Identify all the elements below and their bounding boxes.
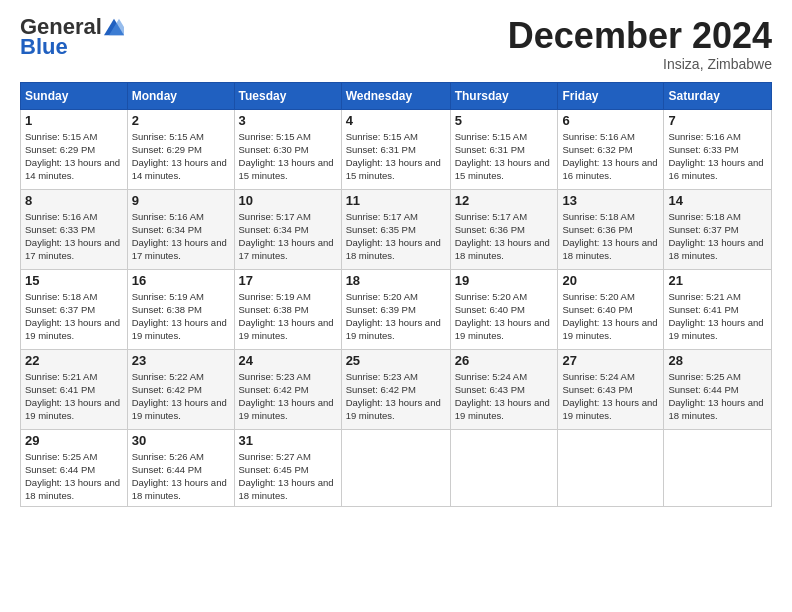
calendar-cell: 26 Sunrise: 5:24 AM Sunset: 6:43 PM Dayl… <box>450 349 558 429</box>
day-number: 22 <box>25 353 123 368</box>
daylight: Daylight: 13 hours and 15 minutes. <box>239 157 334 181</box>
sunset: Sunset: 6:40 PM <box>455 304 525 315</box>
sunrise: Sunrise: 5:25 AM <box>668 371 740 382</box>
daylight: Daylight: 13 hours and 14 minutes. <box>25 157 120 181</box>
day-info: Sunrise: 5:24 AM Sunset: 6:43 PM Dayligh… <box>455 370 554 423</box>
page: General Blue December 2024 Insiza, Zimba… <box>0 0 792 612</box>
sunrise: Sunrise: 5:17 AM <box>239 211 311 222</box>
day-info: Sunrise: 5:20 AM Sunset: 6:39 PM Dayligh… <box>346 290 446 343</box>
daylight: Daylight: 13 hours and 18 minutes. <box>668 237 763 261</box>
sunrise: Sunrise: 5:15 AM <box>455 131 527 142</box>
sunset: Sunset: 6:31 PM <box>455 144 525 155</box>
daylight: Daylight: 13 hours and 15 minutes. <box>346 157 441 181</box>
calendar-header-wednesday: Wednesday <box>341 82 450 109</box>
day-number: 11 <box>346 193 446 208</box>
day-info: Sunrise: 5:17 AM Sunset: 6:36 PM Dayligh… <box>455 210 554 263</box>
calendar-cell: 27 Sunrise: 5:24 AM Sunset: 6:43 PM Dayl… <box>558 349 664 429</box>
sunset: Sunset: 6:35 PM <box>346 224 416 235</box>
day-info: Sunrise: 5:25 AM Sunset: 6:44 PM Dayligh… <box>25 450 123 503</box>
day-number: 10 <box>239 193 337 208</box>
day-number: 6 <box>562 113 659 128</box>
calendar-cell: 14 Sunrise: 5:18 AM Sunset: 6:37 PM Dayl… <box>664 189 772 269</box>
daylight: Daylight: 13 hours and 18 minutes. <box>346 237 441 261</box>
sunrise: Sunrise: 5:16 AM <box>132 211 204 222</box>
sunset: Sunset: 6:36 PM <box>562 224 632 235</box>
daylight: Daylight: 13 hours and 19 minutes. <box>455 397 550 421</box>
day-info: Sunrise: 5:20 AM Sunset: 6:40 PM Dayligh… <box>455 290 554 343</box>
sunset: Sunset: 6:37 PM <box>668 224 738 235</box>
sunrise: Sunrise: 5:21 AM <box>25 371 97 382</box>
sunset: Sunset: 6:31 PM <box>346 144 416 155</box>
daylight: Daylight: 13 hours and 19 minutes. <box>239 317 334 341</box>
daylight: Daylight: 13 hours and 19 minutes. <box>455 317 550 341</box>
day-info: Sunrise: 5:24 AM Sunset: 6:43 PM Dayligh… <box>562 370 659 423</box>
calendar-cell <box>341 429 450 506</box>
day-info: Sunrise: 5:17 AM Sunset: 6:35 PM Dayligh… <box>346 210 446 263</box>
sunrise: Sunrise: 5:21 AM <box>668 291 740 302</box>
sunset: Sunset: 6:37 PM <box>25 304 95 315</box>
day-number: 19 <box>455 273 554 288</box>
sunset: Sunset: 6:38 PM <box>239 304 309 315</box>
day-number: 25 <box>346 353 446 368</box>
calendar-cell: 21 Sunrise: 5:21 AM Sunset: 6:41 PM Dayl… <box>664 269 772 349</box>
day-info: Sunrise: 5:26 AM Sunset: 6:44 PM Dayligh… <box>132 450 230 503</box>
calendar-week-4: 22 Sunrise: 5:21 AM Sunset: 6:41 PM Dayl… <box>21 349 772 429</box>
day-info: Sunrise: 5:18 AM Sunset: 6:37 PM Dayligh… <box>668 210 767 263</box>
day-info: Sunrise: 5:16 AM Sunset: 6:32 PM Dayligh… <box>562 130 659 183</box>
logo-blue-text: Blue <box>20 34 68 60</box>
calendar-header-monday: Monday <box>127 82 234 109</box>
day-number: 9 <box>132 193 230 208</box>
sunset: Sunset: 6:29 PM <box>132 144 202 155</box>
calendar-cell <box>664 429 772 506</box>
calendar-cell <box>558 429 664 506</box>
sunrise: Sunrise: 5:17 AM <box>455 211 527 222</box>
sunset: Sunset: 6:32 PM <box>562 144 632 155</box>
calendar-cell: 22 Sunrise: 5:21 AM Sunset: 6:41 PM Dayl… <box>21 349 128 429</box>
day-number: 12 <box>455 193 554 208</box>
daylight: Daylight: 13 hours and 18 minutes. <box>239 477 334 501</box>
daylight: Daylight: 13 hours and 18 minutes. <box>25 477 120 501</box>
calendar-cell: 8 Sunrise: 5:16 AM Sunset: 6:33 PM Dayli… <box>21 189 128 269</box>
sunset: Sunset: 6:44 PM <box>668 384 738 395</box>
calendar-header-thursday: Thursday <box>450 82 558 109</box>
day-info: Sunrise: 5:16 AM Sunset: 6:34 PM Dayligh… <box>132 210 230 263</box>
calendar-cell: 9 Sunrise: 5:16 AM Sunset: 6:34 PM Dayli… <box>127 189 234 269</box>
daylight: Daylight: 13 hours and 15 minutes. <box>455 157 550 181</box>
day-info: Sunrise: 5:19 AM Sunset: 6:38 PM Dayligh… <box>239 290 337 343</box>
calendar-cell: 10 Sunrise: 5:17 AM Sunset: 6:34 PM Dayl… <box>234 189 341 269</box>
sunrise: Sunrise: 5:24 AM <box>562 371 634 382</box>
sunset: Sunset: 6:34 PM <box>132 224 202 235</box>
daylight: Daylight: 13 hours and 19 minutes. <box>132 397 227 421</box>
daylight: Daylight: 13 hours and 19 minutes. <box>346 397 441 421</box>
calendar-cell: 29 Sunrise: 5:25 AM Sunset: 6:44 PM Dayl… <box>21 429 128 506</box>
day-number: 30 <box>132 433 230 448</box>
calendar-cell: 19 Sunrise: 5:20 AM Sunset: 6:40 PM Dayl… <box>450 269 558 349</box>
day-info: Sunrise: 5:19 AM Sunset: 6:38 PM Dayligh… <box>132 290 230 343</box>
month-title: December 2024 <box>508 16 772 56</box>
calendar-cell: 28 Sunrise: 5:25 AM Sunset: 6:44 PM Dayl… <box>664 349 772 429</box>
calendar-cell: 7 Sunrise: 5:16 AM Sunset: 6:33 PM Dayli… <box>664 109 772 189</box>
calendar-cell: 31 Sunrise: 5:27 AM Sunset: 6:45 PM Dayl… <box>234 429 341 506</box>
day-number: 18 <box>346 273 446 288</box>
sunrise: Sunrise: 5:16 AM <box>562 131 634 142</box>
daylight: Daylight: 13 hours and 18 minutes. <box>562 237 657 261</box>
day-info: Sunrise: 5:21 AM Sunset: 6:41 PM Dayligh… <box>25 370 123 423</box>
day-number: 28 <box>668 353 767 368</box>
sunrise: Sunrise: 5:18 AM <box>562 211 634 222</box>
day-info: Sunrise: 5:22 AM Sunset: 6:42 PM Dayligh… <box>132 370 230 423</box>
calendar-cell: 2 Sunrise: 5:15 AM Sunset: 6:29 PM Dayli… <box>127 109 234 189</box>
day-number: 23 <box>132 353 230 368</box>
calendar-cell: 30 Sunrise: 5:26 AM Sunset: 6:44 PM Dayl… <box>127 429 234 506</box>
sunrise: Sunrise: 5:25 AM <box>25 451 97 462</box>
sunrise: Sunrise: 5:18 AM <box>25 291 97 302</box>
day-number: 3 <box>239 113 337 128</box>
sunrise: Sunrise: 5:17 AM <box>346 211 418 222</box>
day-number: 27 <box>562 353 659 368</box>
day-info: Sunrise: 5:20 AM Sunset: 6:40 PM Dayligh… <box>562 290 659 343</box>
calendar-cell <box>450 429 558 506</box>
day-number: 4 <box>346 113 446 128</box>
day-info: Sunrise: 5:27 AM Sunset: 6:45 PM Dayligh… <box>239 450 337 503</box>
sunrise: Sunrise: 5:19 AM <box>132 291 204 302</box>
sunset: Sunset: 6:41 PM <box>25 384 95 395</box>
day-info: Sunrise: 5:17 AM Sunset: 6:34 PM Dayligh… <box>239 210 337 263</box>
